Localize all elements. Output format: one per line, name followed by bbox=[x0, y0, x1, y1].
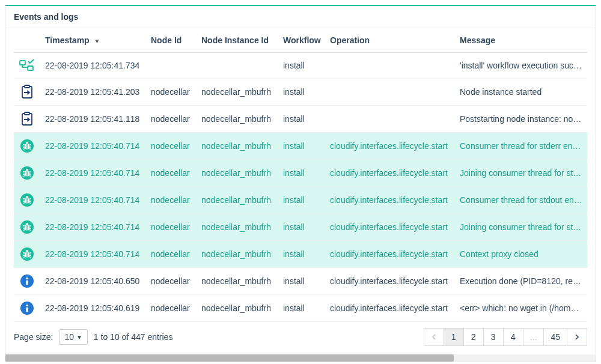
event-type-icon bbox=[14, 268, 40, 295]
cell-timestamp: 22-08-2019 12:05:40.714 bbox=[40, 133, 146, 160]
table-row[interactable]: 22-08-2019 12:05:40.714nodecellarnodecel… bbox=[14, 214, 587, 241]
cell-message: <err> which: no wget in (/home/centos/ho… bbox=[455, 295, 587, 322]
table-row[interactable]: 22-08-2019 12:05:40.714nodecellarnodecel… bbox=[14, 241, 587, 268]
cell-operation: cloudify.interfaces.lifecycle.start bbox=[325, 133, 455, 160]
cell-operation: cloudify.interfaces.lifecycle.start bbox=[325, 187, 455, 214]
cell-workflow: install bbox=[278, 160, 325, 187]
page-size-select[interactable]: 10 ▼ bbox=[59, 329, 87, 345]
page-number-button[interactable]: 45 bbox=[543, 328, 567, 346]
svg-rect-28 bbox=[26, 281, 28, 285]
event-type-icon bbox=[14, 160, 40, 187]
cell-node-instance-id: nodecellar_mbufrh bbox=[197, 214, 278, 241]
event-type-icon bbox=[14, 106, 40, 133]
footer-left: Page size: 10 ▼ 1 to 10 of 447 entries bbox=[14, 329, 172, 345]
cell-node-id: nodecellar bbox=[146, 268, 197, 295]
page-ellipsis: ... bbox=[523, 328, 545, 346]
cell-message: Consumer thread for stderr ended bbox=[455, 133, 587, 160]
table-row[interactable]: 22-08-2019 12:05:41.203nodecellarnodecel… bbox=[14, 79, 587, 106]
events-table: Timestamp ▼ Node Id Node Instance Id Wor… bbox=[14, 28, 587, 322]
entries-range: 1 to 10 of 447 entries bbox=[94, 332, 173, 342]
cell-operation bbox=[325, 79, 455, 106]
cell-node-id: nodecellar bbox=[146, 214, 197, 241]
cell-timestamp: 22-08-2019 12:05:41.118 bbox=[40, 106, 146, 133]
cell-message: Execution done (PID=8120, return_ bbox=[455, 268, 587, 295]
event-type-icon bbox=[14, 133, 40, 160]
table-row[interactable]: 22-08-2019 12:05:40.714nodecellarnodecel… bbox=[14, 187, 587, 214]
page-number-button[interactable]: 2 bbox=[463, 328, 484, 346]
svg-rect-31 bbox=[26, 308, 28, 312]
table-row[interactable]: 22-08-2019 12:05:40.650nodecellarnodecel… bbox=[14, 268, 587, 295]
cell-message: Joining consumer thread for stdout bbox=[455, 214, 587, 241]
cell-node-id: nodecellar bbox=[146, 160, 197, 187]
cell-timestamp: 22-08-2019 12:05:40.714 bbox=[40, 214, 146, 241]
pagination: 1234...45 bbox=[424, 328, 587, 346]
cell-operation: cloudify.interfaces.lifecycle.start bbox=[325, 214, 455, 241]
page-number-button[interactable]: 3 bbox=[483, 328, 504, 346]
cell-timestamp: 22-08-2019 12:05:41.203 bbox=[40, 79, 146, 106]
table-footer: Page size: 10 ▼ 1 to 10 of 447 entries 1… bbox=[5, 322, 596, 354]
svg-rect-5 bbox=[25, 112, 29, 115]
cell-message: Joining consumer thread for stderr bbox=[455, 160, 587, 187]
page-number-button[interactable]: 1 bbox=[444, 328, 464, 346]
page-number-button[interactable]: 4 bbox=[503, 328, 523, 346]
event-type-icon bbox=[14, 214, 40, 241]
table-row[interactable]: 22-08-2019 12:05:41.734install'install' … bbox=[14, 53, 587, 79]
cell-operation: cloudify.interfaces.lifecycle.start bbox=[325, 268, 455, 295]
cell-workflow: install bbox=[278, 106, 325, 133]
table-row[interactable]: 22-08-2019 12:05:40.714nodecellarnodecel… bbox=[14, 133, 587, 160]
table-wrap: Timestamp ▼ Node Id Node Instance Id Wor… bbox=[5, 28, 596, 322]
cell-workflow: install bbox=[278, 187, 325, 214]
col-timestamp-label: Timestamp bbox=[45, 35, 90, 45]
cell-message: 'install' workflow execution succeed bbox=[455, 53, 587, 79]
cell-message: Context proxy closed bbox=[455, 241, 587, 268]
cell-message: Poststarting node instance: nothing bbox=[455, 106, 587, 133]
cell-workflow: install bbox=[278, 214, 325, 241]
col-node-id-header[interactable]: Node Id bbox=[146, 28, 197, 53]
page-size-value: 10 bbox=[64, 332, 74, 342]
table-header-row: Timestamp ▼ Node Id Node Instance Id Wor… bbox=[14, 28, 587, 53]
table-row[interactable]: 22-08-2019 12:05:41.118nodecellarnodecel… bbox=[14, 106, 587, 133]
table-row[interactable]: 22-08-2019 12:05:40.619nodecellarnodecel… bbox=[14, 295, 587, 322]
sort-desc-icon: ▼ bbox=[94, 38, 100, 44]
caret-down-icon: ▼ bbox=[76, 334, 82, 341]
svg-rect-0 bbox=[20, 61, 25, 65]
table-row[interactable]: 22-08-2019 12:05:40.714nodecellarnodecel… bbox=[14, 160, 587, 187]
col-operation-header[interactable]: Operation bbox=[325, 28, 455, 53]
col-node-instance-id-header[interactable]: Node Instance Id bbox=[197, 28, 278, 53]
cell-timestamp: 22-08-2019 12:05:40.714 bbox=[40, 187, 146, 214]
event-type-icon bbox=[14, 53, 40, 79]
col-workflow-header[interactable]: Workflow bbox=[278, 28, 325, 53]
cell-node-id: nodecellar bbox=[146, 241, 197, 268]
col-icon-header[interactable] bbox=[14, 28, 40, 53]
svg-rect-3 bbox=[25, 85, 29, 88]
col-timestamp-header[interactable]: Timestamp ▼ bbox=[40, 28, 146, 53]
cell-message: Node instance started bbox=[455, 79, 587, 106]
cell-workflow: install bbox=[278, 133, 325, 160]
cell-node-instance-id: nodecellar_mbufrh bbox=[197, 295, 278, 322]
cell-operation: cloudify.interfaces.lifecycle.start bbox=[325, 295, 455, 322]
cell-message: Consumer thread for stdout ended bbox=[455, 187, 587, 214]
cell-operation: cloudify.interfaces.lifecycle.start bbox=[325, 160, 455, 187]
page-prev-button[interactable] bbox=[424, 328, 444, 346]
svg-point-27 bbox=[26, 278, 28, 280]
cell-node-instance-id: nodecellar_mbufrh bbox=[197, 268, 278, 295]
cell-node-id: nodecellar bbox=[146, 295, 197, 322]
horizontal-scrollbar[interactable] bbox=[5, 354, 596, 362]
cell-workflow: install bbox=[278, 295, 325, 322]
cell-operation: cloudify.interfaces.lifecycle.start bbox=[325, 241, 455, 268]
cell-operation bbox=[325, 106, 455, 133]
cell-timestamp: 22-08-2019 12:05:40.714 bbox=[40, 160, 146, 187]
cell-timestamp: 22-08-2019 12:05:41.734 bbox=[40, 53, 146, 79]
events-logs-panel: Events and logs Timestamp ▼ Node Id Node… bbox=[5, 5, 596, 362]
page-next-button[interactable] bbox=[567, 328, 587, 346]
scrollbar-thumb[interactable] bbox=[5, 354, 454, 362]
cell-node-instance-id: nodecellar_mbufrh bbox=[197, 79, 278, 106]
cell-timestamp: 22-08-2019 12:05:40.650 bbox=[40, 268, 146, 295]
col-message-header[interactable]: Message bbox=[455, 28, 587, 53]
cell-timestamp: 22-08-2019 12:05:40.714 bbox=[40, 241, 146, 268]
cell-node-instance-id bbox=[197, 53, 278, 79]
chevron-right-icon bbox=[575, 334, 579, 340]
event-type-icon bbox=[14, 79, 40, 106]
cell-workflow: install bbox=[278, 241, 325, 268]
event-type-icon bbox=[14, 187, 40, 214]
